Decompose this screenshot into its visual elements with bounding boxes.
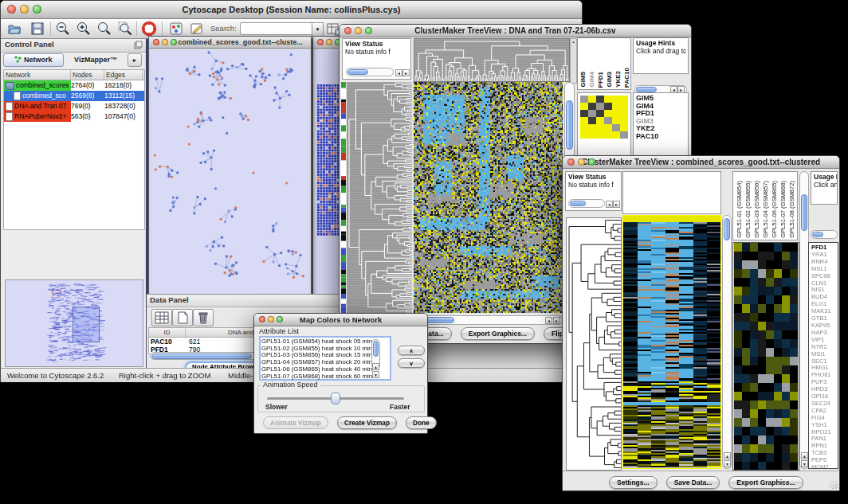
close-button[interactable] [344, 27, 351, 34]
tab-vizmapper[interactable]: VizMapper™ [65, 53, 126, 67]
annotation-icon[interactable] [189, 21, 205, 37]
close-button[interactable] [259, 316, 265, 322]
main-title-bar[interactable]: Cytoscape Desktop (Session Name: collins… [1, 1, 582, 19]
col-network[interactable]: Network [4, 70, 71, 80]
search-dropdown-button[interactable]: ▾ [312, 22, 324, 37]
column-label[interactable]: GPL51-04 (GSM857) [762, 181, 770, 238]
tv2-action-button[interactable]: Save Data... [666, 476, 720, 489]
tv1-cluster-mini-heatmap[interactable] [580, 96, 628, 139]
delete-attribute-trash-icon[interactable] [193, 309, 214, 326]
scroll-right-arrow[interactable]: ▸ [553, 317, 560, 324]
gene-label[interactable]: PAC10 [636, 133, 688, 141]
tv1-row-dendrogram[interactable] [347, 82, 412, 313]
treeview1-title-bar[interactable]: ClusterMaker TreeView : DNA and Tran 07-… [340, 25, 691, 37]
network-overview-panel[interactable] [5, 279, 143, 367]
tv2-usage-scrollbar[interactable] [811, 230, 838, 239]
scroll-thumb[interactable] [373, 341, 379, 357]
column-label[interactable]: GPL51-03 (GSM856) [753, 181, 761, 238]
dialog-action-button[interactable]: Animate Vizmap [263, 416, 328, 429]
minimize-button[interactable] [20, 5, 29, 14]
network-row[interactable]: DNA and Tran 07 769(0) 183728(0) [4, 101, 144, 111]
column-label[interactable]: YKE2 [614, 71, 622, 88]
minimize-button[interactable] [355, 27, 362, 34]
move-up-button[interactable]: ∧ [398, 346, 425, 355]
gene-label[interactable]: MON2 [811, 464, 838, 469]
vizmapper-icon[interactable] [168, 21, 184, 37]
scroll-thumb[interactable] [347, 69, 368, 75]
tab-overflow-arrow[interactable]: ► [128, 53, 142, 67]
overview-canvas[interactable] [6, 280, 141, 365]
column-label[interactable]: GIM5 [579, 72, 587, 88]
search-input[interactable] [240, 22, 315, 35]
scroll-thumb[interactable] [801, 194, 807, 231]
zoom-fit-icon[interactable] [96, 21, 112, 37]
zoom-out-icon[interactable] [55, 21, 71, 37]
tv1-column-dendrogram[interactable] [414, 38, 570, 82]
column-label[interactable]: GPL51-08 (GSM872) [788, 181, 796, 238]
scroll-thumb[interactable] [566, 100, 573, 150]
column-label[interactable]: PFD1 [597, 72, 605, 88]
treeview2-title-bar[interactable]: ClusterMaker TreeView : combined_scores_… [563, 156, 839, 169]
scroll-left-arrow[interactable]: ◂ [545, 317, 552, 324]
network-row[interactable]: combined_sco 2569(6) 13112(15) [4, 91, 144, 101]
scroll-left-arrow[interactable]: ◂ [606, 201, 613, 208]
scroll-right-arrow[interactable]: ▸ [402, 69, 410, 76]
column-label[interactable]: PAC10 [623, 68, 631, 88]
scroll-up-arrow[interactable]: ▴ [801, 452, 808, 459]
scroll-thumb[interactable] [724, 218, 730, 240]
col-id[interactable]: ID [149, 328, 186, 337]
tv2-action-button[interactable]: Export Graphics... [728, 476, 803, 489]
close-button[interactable] [567, 158, 575, 166]
zoom-button[interactable] [277, 316, 283, 322]
scroll-left-arrow[interactable]: ◂ [395, 69, 402, 76]
zoom-button[interactable] [588, 158, 595, 166]
dialog-action-button[interactable]: Create Vizmap [337, 416, 397, 429]
tv2-column-dendrogram-area[interactable] [622, 171, 721, 214]
scroll-thumb[interactable] [151, 354, 252, 359]
scroll-thumb[interactable] [570, 201, 586, 206]
tv2-heatmap[interactable] [622, 215, 721, 469]
scroll-up-arrow[interactable]: ▴ [724, 452, 731, 459]
dialog-title-bar[interactable]: Map Colors to Network [254, 314, 427, 326]
tv1-action-button[interactable]: Export Graphics... [461, 327, 535, 340]
tv2-status-scrollbar[interactable] [568, 199, 605, 208]
help-lifering-icon[interactable] [141, 21, 157, 37]
move-down-button[interactable]: ∨ [398, 358, 425, 368]
tv2-row-dendrogram[interactable] [566, 217, 622, 471]
close-button[interactable] [317, 39, 324, 45]
scroll-right-arrow[interactable]: ▸ [613, 201, 620, 208]
minimize-button[interactable] [268, 316, 274, 322]
attribute-table-icon[interactable] [151, 309, 172, 326]
column-label[interactable]: GPL51-01 (GSM854) [736, 181, 744, 238]
tv2-zoom-heatmap[interactable] [732, 242, 799, 471]
attribute-item[interactable]: GPL51-07 (GSM868) heat shock 60 min [261, 373, 379, 381]
dialog-action-button[interactable]: Done [406, 416, 437, 429]
network-row[interactable]: RNAPuberNov2+ 563(0) 107847(0) [4, 111, 144, 122]
zoom-button[interactable] [171, 39, 177, 45]
column-label[interactable]: GIM4 [588, 72, 596, 88]
column-label[interactable]: GIM3 [606, 72, 614, 88]
animation-slider-thumb[interactable] [331, 393, 340, 404]
scroll-down-arrow[interactable]: ▾ [724, 460, 731, 467]
minimize-button[interactable] [162, 39, 168, 45]
scroll-thumb[interactable] [812, 232, 823, 237]
tv1-heatmap[interactable] [414, 82, 563, 313]
open-file-icon[interactable] [6, 21, 22, 37]
close-button[interactable] [7, 5, 16, 14]
network1-canvas[interactable] [151, 50, 308, 299]
tv1-status-scrollbar[interactable] [346, 68, 394, 76]
save-icon[interactable] [29, 21, 45, 37]
scroll-down-arrow[interactable]: ▾ [372, 371, 379, 378]
tv2-action-button[interactable]: Settings... [609, 476, 658, 489]
tv1-hscrollbar[interactable]: ◂ ▸ [414, 315, 563, 325]
zoom-in-icon[interactable] [76, 21, 92, 37]
col-edges[interactable]: Edges [104, 70, 143, 80]
column-label[interactable]: GPL51-02 (GSM855) [744, 181, 752, 238]
column-label[interactable]: GPL51-07 (GSM868) [779, 181, 787, 238]
tab-network[interactable]: Network [3, 53, 64, 67]
resize-grip[interactable] [830, 481, 838, 489]
network-row[interactable]: combined_scores 2764(0) 16218(0) [4, 80, 144, 91]
zoom-button[interactable] [365, 27, 372, 34]
col-nodes[interactable]: Nodes [71, 70, 104, 80]
tv1-mini-scroll-strip[interactable]: ▴ [570, 38, 577, 84]
